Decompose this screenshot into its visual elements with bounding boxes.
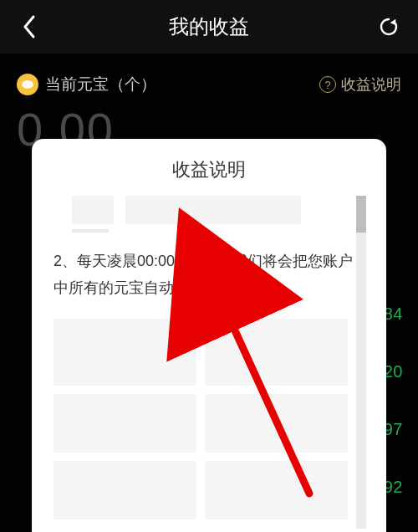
placeholder-block <box>72 229 109 233</box>
placeholder-grid <box>54 319 364 519</box>
balance-label: 当前元宝（个） <box>45 74 156 95</box>
modal-title: 收益说明 <box>50 157 368 182</box>
page-title: 我的收益 <box>169 13 249 40</box>
coin-icon <box>17 74 38 95</box>
placeholder-block <box>205 461 348 519</box>
svg-marker-0 <box>390 19 396 25</box>
modal-rule-2: 2、每天凌晨00:00-06:00，我们将会把您账户中所有的元宝自动转为余额； <box>54 248 364 302</box>
earnings-explain-modal: 收益说明 2、每天凌晨00:00-06:00，我们将会把您账户中所有的元宝自动转… <box>32 139 386 532</box>
scrollbar-track <box>356 196 366 529</box>
placeholder-block <box>205 319 348 386</box>
question-icon: ? <box>319 76 336 93</box>
svg-point-1 <box>22 80 33 89</box>
placeholder-block <box>125 196 301 224</box>
chevron-left-icon <box>22 14 37 39</box>
modal-scroll-area[interactable]: 2、每天凌晨00:00-06:00，我们将会把您账户中所有的元宝自动转为余额； <box>50 196 368 529</box>
refresh-button[interactable] <box>368 0 410 54</box>
placeholder-block <box>72 196 114 224</box>
placeholder-block <box>54 319 196 386</box>
earnings-explain-link[interactable]: ? 收益说明 <box>319 74 401 95</box>
refresh-icon <box>378 16 400 38</box>
navbar: 我的收益 <box>0 0 418 54</box>
back-button[interactable] <box>8 0 50 54</box>
scrollbar-thumb[interactable] <box>356 196 366 233</box>
earnings-explain-text: 收益说明 <box>341 74 401 95</box>
placeholder-block <box>205 394 348 453</box>
balance-row: 当前元宝（个） ? 收益说明 <box>17 74 401 95</box>
placeholder-block <box>54 461 196 519</box>
balance-left: 当前元宝（个） <box>17 74 156 95</box>
placeholder-block <box>54 394 196 453</box>
placeholder-line <box>72 196 368 224</box>
